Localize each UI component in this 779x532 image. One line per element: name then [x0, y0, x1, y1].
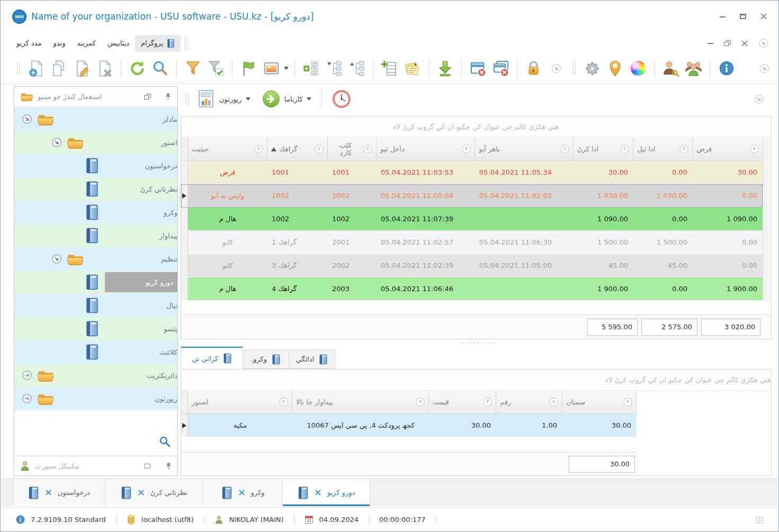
- table-row[interactable]: هال م گراهك 4 2003 05.04.2021 11:06:46 1…: [181, 277, 763, 301]
- table-row[interactable]: كابو گراهك 1 2001 05.04.2021 11:02:57 05…: [181, 231, 763, 254]
- support-pin-icon[interactable]: [165, 462, 172, 470]
- close-all-windows-button[interactable]: [490, 58, 511, 79]
- column-header-debt[interactable]: قرض: [693, 138, 763, 160]
- image-button[interactable]: [261, 58, 282, 79]
- menu-item-database[interactable]: ڊيٽابيس: [102, 35, 135, 51]
- column-filter-icon[interactable]: [462, 145, 471, 154]
- vertical-scrollbar[interactable]: [763, 138, 771, 301]
- reports-dropdown-icon[interactable]: [246, 97, 250, 101]
- column-header-to-pay[interactable]: ادا كرڻ: [574, 138, 633, 160]
- table-row[interactable]: قرض 1001 1001 05.04.2021 11:03:53 05.04.…: [181, 161, 763, 184]
- mdi-close-icon[interactable]: [741, 40, 748, 47]
- column-filter-icon[interactable]: [560, 145, 569, 154]
- table-row[interactable]: كابو گراهك 3 2002 05.04.2021 11:02:39 05…: [181, 254, 763, 277]
- column-filter-icon[interactable]: [623, 398, 632, 407]
- window-tab-requests[interactable]: درخواستون: [13, 479, 105, 506]
- column-filter-icon[interactable]: [416, 398, 425, 407]
- report-toolbar-grip[interactable]: [186, 93, 189, 105]
- tab-rental[interactable]: كرائي تي: [181, 347, 243, 369]
- panel-float-icon[interactable]: [144, 94, 151, 100]
- table-row-selected[interactable]: مكيه كجھ پروڊكٽ 4, پي سي ايس 10067 30.00…: [181, 414, 637, 437]
- search-button[interactable]: [150, 58, 171, 79]
- column-header-paid[interactable]: ادا ٿيل: [633, 138, 693, 160]
- close-window-button[interactable]: [468, 58, 488, 79]
- colors-button[interactable]: [628, 58, 648, 79]
- add-row-button[interactable]: [379, 58, 400, 79]
- actions-dropdown-icon[interactable]: [307, 97, 311, 101]
- apply-filter-button[interactable]: [205, 58, 226, 79]
- sidebar-item-products[interactable]: پيداوار: [14, 224, 177, 247]
- actions-button[interactable]: كارناما: [284, 95, 303, 103]
- collapse-node-icon[interactable]: [51, 137, 62, 148]
- refresh-button[interactable]: [127, 58, 148, 79]
- image-dropdown-icon[interactable]: [284, 67, 289, 70]
- menu-item-program[interactable]: پروگرام: [135, 35, 181, 52]
- close-icon[interactable]: [760, 13, 767, 20]
- sidebar-item-organization[interactable]: تنظيم: [14, 247, 177, 270]
- filter-button[interactable]: [183, 58, 203, 79]
- close-tab-icon[interactable]: [239, 490, 245, 495]
- toolbar-grip[interactable]: [573, 62, 576, 75]
- export-button[interactable]: [435, 58, 455, 79]
- notes-button[interactable]: [402, 58, 423, 79]
- report-toolbar-overflow-icon[interactable]: [754, 94, 764, 104]
- delete-document-button[interactable]: [94, 58, 115, 79]
- menu-item-help[interactable]: مدد كريو: [11, 35, 47, 51]
- minimize-icon[interactable]: [720, 16, 726, 17]
- support-bar[interactable]: تيكنيكل سپورٽ: [14, 456, 177, 475]
- table-row-selected[interactable]: واپس نه آيو 1002 1002 05.04.2021 11:00:0…: [181, 184, 763, 208]
- column-filter-icon[interactable]: [620, 145, 629, 154]
- table-row[interactable]: هال م 1002 1002 05.04.2021 11:07:39 1 09…: [181, 208, 763, 231]
- mdi-restore-icon[interactable]: [724, 40, 731, 46]
- mdi-minimize-icon[interactable]: [708, 42, 713, 44]
- column-filter-icon[interactable]: [315, 145, 324, 154]
- expand-tree-button[interactable]: [346, 58, 367, 79]
- settings-button[interactable]: [582, 58, 603, 79]
- column-header-status[interactable]: حيثيت: [188, 138, 267, 160]
- column-filter-icon[interactable]: [750, 145, 759, 154]
- column-filter-icon[interactable]: [549, 398, 558, 407]
- close-tab-icon[interactable]: [138, 490, 144, 495]
- users-button[interactable]: [683, 58, 704, 79]
- clock-icon[interactable]: [332, 89, 351, 109]
- support-window-icon[interactable]: [144, 464, 150, 468]
- report-icon[interactable]: [196, 89, 216, 109]
- collapse-node-icon[interactable]: [51, 254, 62, 264]
- sidebar-item-reports[interactable]: رپورٽون: [14, 387, 177, 410]
- column-filter-icon[interactable]: [254, 145, 263, 154]
- location-button[interactable]: [605, 58, 625, 79]
- info-button[interactable]: [716, 58, 737, 79]
- expand-node-icon[interactable]: [22, 370, 32, 381]
- window-tab-sales[interactable]: وكرو: [203, 479, 283, 506]
- window-tab-visits[interactable]: دورو كريو: [283, 479, 370, 506]
- collapse-tree-button[interactable]: [324, 58, 344, 79]
- column-header-customer[interactable]: گراهك: [267, 138, 328, 160]
- maximize-icon[interactable]: [740, 14, 746, 19]
- column-header-price[interactable]: قيمت: [429, 391, 496, 413]
- sidebar-item-review[interactable]: نظرثاني كرڻ: [14, 177, 177, 201]
- tree-search-icon[interactable]: [159, 436, 171, 447]
- resize-grip-icon[interactable]: [756, 516, 763, 524]
- column-filter-icon[interactable]: [679, 145, 688, 154]
- toolbar-overflow-end-icon[interactable]: [759, 64, 769, 74]
- expand-rows-button[interactable]: [301, 58, 321, 79]
- tab-sales[interactable]: وكرو.: [243, 349, 289, 369]
- tab-payments[interactable]: ادائگي: [289, 349, 335, 369]
- sidebar-item-directory[interactable]: ڊائريكٽريت: [14, 364, 177, 387]
- column-filter-icon[interactable]: [363, 145, 372, 154]
- column-filter-icon[interactable]: [483, 398, 492, 407]
- sidebar-item-money[interactable]: پئسو: [14, 317, 177, 340]
- column-header-entered[interactable]: داخل ٿيو: [377, 138, 475, 160]
- sidebar-item-requests[interactable]: درخواستون: [14, 154, 177, 177]
- menu-item-window[interactable]: ونڊو: [47, 35, 71, 51]
- window-tab-review[interactable]: نظرثاني كرڻ: [105, 479, 203, 506]
- sidebar-item-store[interactable]: استور: [14, 131, 177, 154]
- run-action-icon[interactable]: [262, 89, 281, 109]
- menu-grip[interactable]: [185, 37, 187, 50]
- add-document-button[interactable]: [26, 58, 47, 79]
- lock-button[interactable]: [523, 58, 544, 79]
- column-header-exited[interactable]: باهر آيو: [475, 138, 574, 160]
- toolbar-overflow-icon[interactable]: [551, 64, 561, 74]
- column-header-product[interactable]: پيداوار جا نالا: [292, 391, 429, 413]
- close-tab-icon[interactable]: [46, 490, 51, 495]
